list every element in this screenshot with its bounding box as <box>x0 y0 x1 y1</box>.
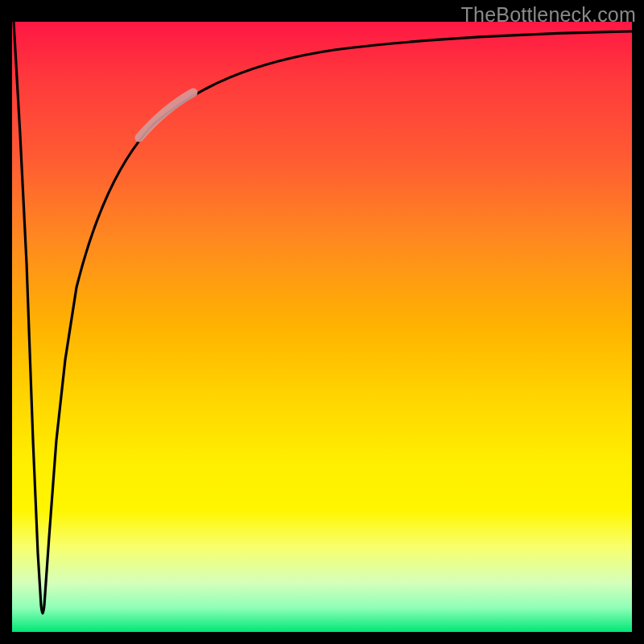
chart-frame: TheBottleneck.com <box>0 0 644 644</box>
plot-area <box>12 22 632 632</box>
watermark-text: TheBottleneck.com <box>461 3 636 27</box>
